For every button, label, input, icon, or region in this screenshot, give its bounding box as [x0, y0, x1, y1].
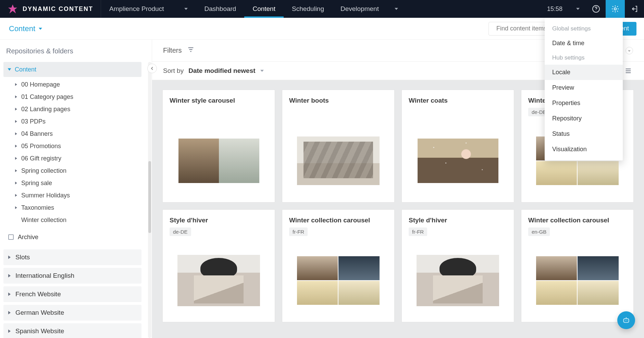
chevron-right-icon: [15, 120, 17, 123]
content-card[interactable]: Winter coats: [401, 90, 514, 203]
help-icon: [592, 5, 600, 13]
chevron-right-icon: [15, 83, 17, 86]
chevron-right-icon: [8, 292, 11, 296]
content-card[interactable]: Winter collection carousel en-GB: [521, 209, 634, 322]
svg-point-3: [614, 8, 616, 10]
chevron-down-icon: [8, 68, 11, 71]
time-switch[interactable]: 15:58: [540, 5, 586, 13]
folder-06-gift[interactable]: 06 Gift registry: [3, 152, 141, 165]
brand-name: DYNAMIC CONTENT: [23, 5, 93, 13]
settings-item-locale[interactable]: Locale: [545, 65, 623, 80]
settings-item-properties[interactable]: Properties: [545, 95, 623, 111]
folder-01-category[interactable]: 01 Category pages: [3, 91, 141, 103]
sidepanel-title: Repositories & folders: [0, 40, 152, 62]
content-dropdown[interactable]: Content: [9, 24, 42, 33]
content-card[interactable]: Style d'hiver fr-FR: [401, 209, 514, 322]
archive-toggle[interactable]: Archive: [3, 230, 141, 245]
sidepanel: Repositories & folders Content 00 Homepa…: [0, 40, 152, 338]
folder-tree: 00 Homepage 01 Category pages 02 Landing…: [3, 78, 141, 226]
sidepanel-scroll[interactable]: Content 00 Homepage 01 Category pages 02…: [0, 62, 152, 338]
collapse-sidepanel-button[interactable]: [147, 64, 157, 73]
tab-development[interactable]: Development: [332, 0, 406, 18]
settings-item-visualization[interactable]: Visualization: [545, 142, 623, 157]
card-thumb: [163, 243, 275, 322]
card-thumb: [521, 243, 633, 322]
archive-checkbox-icon: [8, 234, 14, 240]
chevron-right-icon: [15, 108, 17, 110]
logout-icon: [630, 5, 639, 13]
tab-development-label: Development: [340, 5, 379, 13]
tab-dashboard[interactable]: Dashboard: [196, 0, 244, 18]
content-dropdown-label: Content: [9, 24, 35, 33]
folder-04-banners[interactable]: 04 Banners: [3, 128, 141, 140]
topbar-right: 15:58: [540, 0, 644, 18]
repo-international-english[interactable]: International English: [3, 268, 141, 284]
content-card[interactable]: Winter collection carousel fr-FR: [282, 209, 395, 322]
chevron-right-icon: [8, 274, 11, 277]
folder-spring-collection[interactable]: Spring collection: [3, 165, 141, 177]
gear-icon: [611, 5, 619, 13]
card-thumb: [402, 123, 514, 202]
card-title: Winter collection carousel: [528, 217, 627, 224]
chevron-right-icon: [8, 329, 11, 333]
folder-00-homepage[interactable]: 00 Homepage: [3, 78, 141, 91]
filters-label: Filters: [163, 47, 182, 54]
chevron-right-icon: [8, 256, 11, 259]
chevron-right-icon: [15, 194, 17, 197]
folder-05-promotions[interactable]: 05 Promotions: [3, 140, 141, 152]
folder-03-pdps[interactable]: 03 PDPs: [3, 115, 141, 128]
folder-summer-holidays[interactable]: Summer Holidays: [3, 189, 141, 202]
locale-badge: fr-FR: [409, 228, 427, 236]
expand-filters-button[interactable]: [626, 47, 633, 54]
settings-menu: Global settings Date & time Hub settings…: [545, 18, 623, 160]
svg-point-13: [627, 320, 627, 321]
logout-button[interactable]: [625, 0, 644, 18]
content-card[interactable]: Winter boots: [282, 90, 395, 203]
chevron-down-icon: [576, 8, 580, 10]
svg-rect-11: [623, 319, 629, 323]
help-button[interactable]: [586, 0, 606, 18]
scrollbar-thumb[interactable]: [148, 161, 151, 233]
chevron-down-icon: [184, 8, 188, 10]
sort-value[interactable]: Date modified newest: [188, 67, 255, 75]
card-thumb: [163, 123, 275, 202]
locale-badge: de-DE: [170, 228, 191, 236]
brand: DYNAMIC CONTENT: [0, 0, 101, 18]
brand-logo-icon: [8, 4, 18, 14]
settings-button[interactable]: [606, 0, 625, 18]
tab-content[interactable]: Content: [244, 0, 284, 18]
repo-content[interactable]: Content: [3, 62, 141, 77]
content-card[interactable]: Style d'hiver de-DE: [162, 209, 275, 322]
tab-scheduling[interactable]: Scheduling: [284, 0, 332, 18]
repo-french-website[interactable]: French Website: [3, 286, 141, 302]
folder-02-landing[interactable]: 02 Landing pages: [3, 103, 141, 115]
topbar: DYNAMIC CONTENT Amplience Product Dashbo…: [0, 0, 644, 18]
repo-content-label: Content: [15, 66, 36, 73]
repo-german-website[interactable]: German Website: [3, 305, 141, 321]
settings-item-date-time[interactable]: Date & time: [545, 36, 623, 51]
sort-label: Sort by: [163, 67, 184, 75]
card-title: Winter collection carousel: [289, 217, 387, 224]
svg-marker-0: [8, 4, 17, 13]
card-title: Style d'hiver: [170, 217, 268, 224]
folder-taxonomies[interactable]: Taxonomies: [3, 202, 141, 214]
settings-item-status[interactable]: Status: [545, 126, 623, 142]
filters-button[interactable]: [187, 46, 195, 55]
repo-spanish-website[interactable]: Spanish Website: [3, 323, 141, 338]
chat-fab[interactable]: [617, 311, 635, 329]
card-title: Style d'hiver: [409, 217, 507, 224]
locale-badge: en-GB: [528, 228, 550, 236]
svg-point-2: [596, 10, 596, 11]
view-list-button[interactable]: [623, 67, 633, 75]
folder-winter-collection[interactable]: Winter collection: [3, 214, 141, 226]
content-card[interactable]: Winter style carousel: [162, 90, 275, 203]
hub-switch[interactable]: Amplience Product: [101, 5, 196, 13]
settings-item-preview[interactable]: Preview: [545, 80, 623, 95]
folder-spring-sale[interactable]: Spring sale: [3, 177, 141, 189]
chat-bot-icon: [622, 316, 631, 325]
chevron-right-icon: [15, 132, 17, 135]
repo-slots[interactable]: Slots: [3, 249, 141, 265]
hub-switch-label: Amplience Product: [109, 5, 164, 13]
settings-item-repository[interactable]: Repository: [545, 111, 623, 126]
chevron-right-icon: [15, 182, 17, 184]
